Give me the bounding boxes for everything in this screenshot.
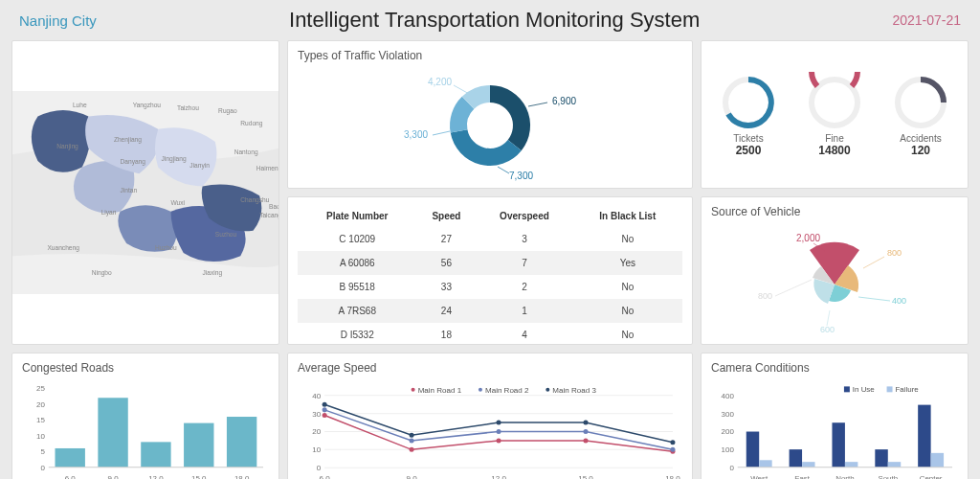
th-plate: Plate Number — [298, 205, 416, 227]
svg-text:25: 25 — [36, 384, 45, 393]
svg-point-94 — [479, 388, 482, 392]
cell-speed: 56 — [416, 251, 476, 275]
svg-text:Taicang: Taicang — [259, 212, 278, 219]
svg-point-79 — [497, 429, 501, 434]
svg-text:South: South — [878, 474, 898, 479]
cell-black: No — [573, 227, 682, 251]
table-row[interactable]: A 60086567Yes — [298, 251, 682, 275]
cell-speed: 18 — [416, 323, 476, 345]
svg-line-43 — [827, 310, 830, 326]
panel-title: Camera Conditions — [711, 361, 958, 375]
kpi-tickets: Tickets 2500 — [715, 72, 782, 157]
svg-line-1 — [528, 103, 547, 106]
svg-line-3 — [498, 167, 509, 173]
page-title: Intelligent Transportation Monitoring Sy… — [289, 8, 700, 33]
svg-text:In Use: In Use — [853, 385, 875, 394]
kpi-fine: Fine 14800 — [801, 72, 868, 157]
svg-rect-109 — [832, 422, 844, 468]
map-svg[interactable]: Nanjing Zhenjiang Wuxi Suzhou Huzhou Xua… — [12, 41, 278, 344]
table-row[interactable]: A 7RS68241No — [298, 299, 682, 323]
panel-title: Average Speed — [298, 361, 682, 375]
svg-text:West: West — [750, 474, 768, 479]
svg-point-81 — [670, 447, 675, 452]
cell-speed: 33 — [416, 275, 476, 299]
svg-point-96 — [546, 388, 549, 392]
svg-text:3,300: 3,300 — [404, 129, 428, 140]
svg-rect-104 — [759, 460, 771, 467]
svg-text:Nantong: Nantong — [234, 148, 258, 156]
svg-text:North: North — [835, 474, 854, 479]
svg-text:Main Road 2: Main Road 2 — [485, 386, 529, 395]
svg-text:2,000: 2,000 — [796, 233, 820, 243]
svg-point-74 — [497, 438, 501, 443]
panel-title: Types of Traffic Violation — [298, 49, 682, 62]
cell-speed: 27 — [416, 227, 476, 251]
panel-source-vehicle: Source of Vehicle 2,000 800 400 600 800 — [701, 196, 969, 345]
table-row[interactable]: D I5332184No — [298, 323, 682, 345]
svg-rect-103 — [746, 432, 759, 468]
cell-over: 7 — [476, 251, 572, 275]
svg-text:Taizhou: Taizhou — [177, 104, 199, 111]
svg-point-73 — [410, 447, 414, 452]
table-row[interactable]: C 10209273No — [298, 227, 682, 251]
svg-point-75 — [583, 438, 588, 443]
svg-text:Ningbo: Ningbo — [92, 269, 112, 277]
cell-over: 2 — [476, 275, 572, 299]
svg-rect-113 — [888, 462, 901, 468]
svg-point-92 — [412, 388, 415, 392]
svg-text:Wuxi: Wuxi — [170, 199, 185, 206]
cell-plate: A 7RS68 — [298, 299, 416, 323]
cell-plate: A 60086 — [298, 251, 416, 275]
th-speed: Speed — [416, 205, 476, 227]
svg-rect-53 — [98, 398, 127, 467]
cell-plate: C 10209 — [298, 227, 416, 251]
svg-rect-106 — [790, 449, 802, 468]
cell-speed: 24 — [416, 299, 476, 323]
table-row[interactable]: B 95518332No — [298, 275, 682, 299]
svg-text:Main Road 1: Main Road 1 — [418, 386, 462, 395]
svg-text:Nanjing: Nanjing — [56, 143, 78, 150]
svg-text:4,200: 4,200 — [428, 77, 452, 87]
cell-black: No — [573, 299, 682, 323]
svg-rect-107 — [802, 462, 814, 468]
svg-text:18.0: 18.0 — [234, 474, 250, 479]
svg-rect-57 — [184, 423, 213, 468]
panel-kpi: Tickets 2500 Fine 14800 Accidents 120 — [701, 40, 969, 189]
svg-text:6.0: 6.0 — [320, 474, 331, 479]
panel-map[interactable]: Nanjing Zhenjiang Wuxi Suzhou Huzhou Xua… — [11, 40, 279, 345]
svg-text:15.0: 15.0 — [578, 474, 593, 479]
panel-congested: Congested Roads 05101520256.09.012.015.0… — [11, 353, 279, 479]
svg-text:Jingjiang: Jingjiang — [162, 155, 187, 163]
cell-over: 3 — [476, 227, 572, 251]
svg-line-7 — [454, 85, 471, 95]
svg-text:6.0: 6.0 — [65, 474, 77, 479]
panel-camera: Camera Conditions 0100200300400WestEastN… — [701, 353, 969, 479]
svg-text:9.0: 9.0 — [108, 474, 120, 479]
svg-text:Baosh: Baosh — [269, 203, 278, 210]
svg-text:40: 40 — [312, 392, 321, 400]
svg-text:300: 300 — [722, 410, 735, 419]
svg-text:12.0: 12.0 — [148, 474, 164, 479]
panel-title: Source of Vehicle — [711, 205, 958, 218]
svg-text:10: 10 — [36, 432, 45, 441]
svg-text:Xuancheng: Xuancheng — [47, 244, 79, 252]
svg-text:Zhenjiang: Zhenjiang — [114, 136, 142, 144]
svg-text:Liyan: Liyan — [101, 209, 117, 217]
panel-speed: Average Speed 0102030406.09.012.015.018.… — [287, 353, 693, 479]
svg-text:20: 20 — [312, 428, 321, 437]
svg-line-41 — [863, 257, 884, 268]
svg-text:9.0: 9.0 — [407, 474, 418, 479]
donut-chart-violation: 6,900 7,300 3,300 4,200 — [375, 66, 605, 181]
svg-point-77 — [323, 407, 327, 412]
svg-point-78 — [410, 438, 414, 443]
svg-line-44 — [775, 280, 812, 296]
bar-chart-congested: 05101520256.09.012.015.018.0 — [22, 378, 269, 479]
svg-text:Luhe: Luhe — [73, 102, 87, 108]
svg-point-83 — [410, 433, 414, 438]
svg-point-72 — [323, 413, 327, 418]
svg-text:400: 400 — [892, 296, 906, 306]
panel-table: Plate Number Speed Overspeed In Black Li… — [287, 196, 693, 345]
svg-point-85 — [583, 421, 588, 425]
svg-text:0: 0 — [729, 464, 734, 472]
svg-text:200: 200 — [722, 428, 735, 437]
